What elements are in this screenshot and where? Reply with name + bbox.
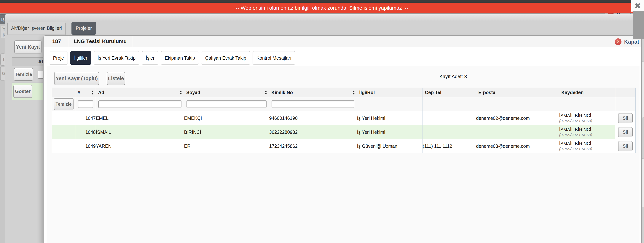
tab-label: Çalışan Evrak Takip	[205, 55, 246, 61]
sort-icon[interactable]	[352, 91, 355, 95]
kaydeden-name: İSMAİL BİRİNCİ	[559, 127, 615, 132]
tab-label: Projeler	[76, 26, 92, 31]
cell-ad: YAREN	[96, 139, 184, 153]
button-label: Sil	[622, 116, 628, 121]
header-label: Cep Tel	[423, 90, 441, 95]
header-cep-tel: Cep Tel	[423, 88, 476, 97]
filter-id-input[interactable]	[78, 100, 93, 108]
cell-soyad: BİRİNCİ	[184, 125, 269, 139]
button-label: Sil	[622, 130, 628, 135]
header-id[interactable]: #	[76, 88, 96, 97]
tab-label: Alt/Diğer İşveren Bilgileri	[11, 26, 62, 31]
header-sil	[615, 88, 636, 97]
listele-button[interactable]: Listele	[107, 72, 125, 85]
filter-ad-input[interactable]	[98, 100, 182, 108]
sort-icon[interactable]	[91, 91, 94, 95]
table-row-selected[interactable]: 1048 İSMAİL BİRİNCİ 36222280982 İş Yeri …	[52, 125, 636, 139]
button-label: Yeni Kayıt	[16, 44, 40, 50]
kaydeden-date: (01/09/2023 14:59)	[559, 132, 615, 137]
cell-cep: (111) 111 1112	[423, 139, 476, 153]
close-circle-icon: ✕	[615, 38, 622, 45]
table-row[interactable]: 1047 EMEL EMEKÇİ 94600146190 İş Yeri Hek…	[52, 111, 636, 125]
header-e-posta: E-posta	[476, 88, 559, 97]
sort-icon[interactable]	[264, 91, 267, 95]
header-label: Kaydeden	[559, 90, 584, 95]
table-header-row: # Ad Soyad Kimlik No İlgi/Rol Cep Tel E-…	[52, 88, 636, 97]
tab-isler[interactable]: İşler	[142, 51, 158, 65]
header-soyad[interactable]: Soyad	[184, 88, 269, 97]
cell-kaydeden: İSMAİL BİRİNCİ (01/09/2023 14:59)	[559, 111, 615, 125]
modal-header: 187 LNG Tesisi Kurulumu ✕ Kapat	[44, 36, 642, 47]
screen: -- Web erisimi olan en az bir ilgili olm…	[0, 0, 644, 243]
cell-kaydeden: İSMAİL BİRİNCİ (01/09/2023 14:59)	[559, 125, 615, 139]
cell-rol: İş Yeri Hekimi	[357, 111, 423, 125]
tab-kontrol-mesajlari[interactable]: Kontrol Mesajları	[252, 51, 296, 65]
cell-id: 1047	[76, 111, 96, 125]
background-goster-button[interactable]: Göster	[0, 67, 5, 81]
modal-title-text: LNG Tesisi Kurulumu	[74, 38, 126, 44]
header-kimlik-no[interactable]: Kimlik No	[269, 88, 357, 97]
cell-eposta	[476, 125, 559, 139]
banner-close-button[interactable]: ✖	[631, 0, 644, 12]
table-row[interactable]: 1049 YAREN ER 17234245862 İş Güvenliği U…	[52, 139, 636, 153]
tab-calisan-evrak-takip[interactable]: Çalışan Evrak Takip	[201, 51, 250, 65]
button-label: Sil	[622, 143, 628, 149]
background-temizle-button[interactable]: Temizle	[0, 54, 5, 66]
scrollbar-thumb[interactable]	[642, 62, 644, 118]
record-id-value: 187	[52, 38, 61, 44]
tab-label: İş Yeri Evrak Takip	[98, 55, 136, 61]
sil-button[interactable]: Sil	[618, 113, 633, 123]
cell-kimlik: 94600146190	[269, 111, 357, 125]
header-label: Ad	[98, 90, 104, 95]
button-label: Temizle	[56, 102, 72, 107]
filter-kimlik-input[interactable]	[272, 100, 354, 108]
background-gray-block	[633, 11, 644, 39]
ilgililer-panel: Yeni Kayıt (Toplu) Listele Kayıt Adet: 3	[46, 66, 640, 243]
mini-temizle-button[interactable]: Temizle	[14, 68, 33, 81]
modal-record-id: 187	[45, 36, 68, 47]
cell-rol: İş Güvenliği Uzmanı	[357, 139, 423, 153]
yeni-kayit-button[interactable]: Yeni Kayıt	[14, 41, 42, 54]
tab-alt-diger-isveren-bilgileri[interactable]: Alt/Diğer İşveren Bilgileri	[8, 22, 66, 35]
header-label: İlgi/Rol	[357, 90, 375, 95]
tab-label: İlgililer	[74, 55, 87, 61]
header-ilgi-rol: İlgi/Rol	[357, 88, 423, 97]
filter-soyad-input[interactable]	[186, 100, 266, 108]
cell-ad: EMEL	[96, 111, 184, 125]
cell-kimlik: 17234245862	[269, 139, 357, 153]
cell-cep	[423, 125, 476, 139]
cell-soyad: ER	[184, 139, 269, 153]
kaydeden-name: İSMAİL BİRİNCİ	[559, 141, 615, 146]
sil-button[interactable]: Sil	[618, 141, 633, 151]
scrollbar-thumb[interactable]	[642, 158, 644, 207]
modal-tab-bar: Proje İlgililer İş Yeri Evrak Takip İşle…	[49, 51, 295, 65]
mini-table-selected-row[interactable]: Göster	[12, 83, 44, 100]
header-label: Soyad	[186, 90, 200, 95]
record-count-value: 3	[464, 74, 467, 79]
cell-rol: İş Yeri Hekimi	[357, 125, 423, 139]
cell-kaydeden: İSMAİL BİRİNCİ (01/09/2023 14:59)	[559, 139, 615, 153]
tab-projeler[interactable]: Projeler	[72, 22, 96, 35]
header-actions	[52, 88, 76, 97]
mini-goster-button[interactable]: Göster	[14, 85, 32, 98]
tab-proje[interactable]: Proje	[49, 51, 68, 65]
cell-kimlik: 36222280982	[269, 125, 357, 139]
header-label: E-posta	[476, 90, 496, 95]
background-mini-table: Alt Temizle Göster	[12, 57, 45, 100]
cell-id: 1049	[76, 139, 96, 153]
sort-icon[interactable]	[180, 91, 182, 95]
kaydeden-name: İSMAİL BİRİNCİ	[559, 113, 615, 119]
cell-soyad: EMEKÇİ	[184, 111, 269, 125]
filter-temizle-button[interactable]: Temizle	[54, 98, 74, 110]
tab-ekipman-takip[interactable]: Ekipman Takip	[161, 51, 199, 65]
background-tab-label: İş	[1, 17, 5, 22]
yeni-kayit-toplu-button[interactable]: Yeni Kayıt (Toplu)	[54, 72, 99, 85]
kaydeden-date: (01/09/2023 14:59)	[559, 146, 615, 151]
sil-button[interactable]: Sil	[618, 127, 633, 137]
warning-banner: -- Web erisimi olan en az bir ilgili olm…	[0, 3, 644, 14]
tab-ilgililer[interactable]: İlgililer	[70, 51, 91, 65]
header-ad[interactable]: Ad	[96, 88, 184, 97]
tab-is-yeri-evrak-takip[interactable]: İş Yeri Evrak Takip	[94, 51, 140, 65]
kapat-label: Kapat	[624, 39, 639, 45]
header-label: Kimlik No	[271, 90, 293, 95]
